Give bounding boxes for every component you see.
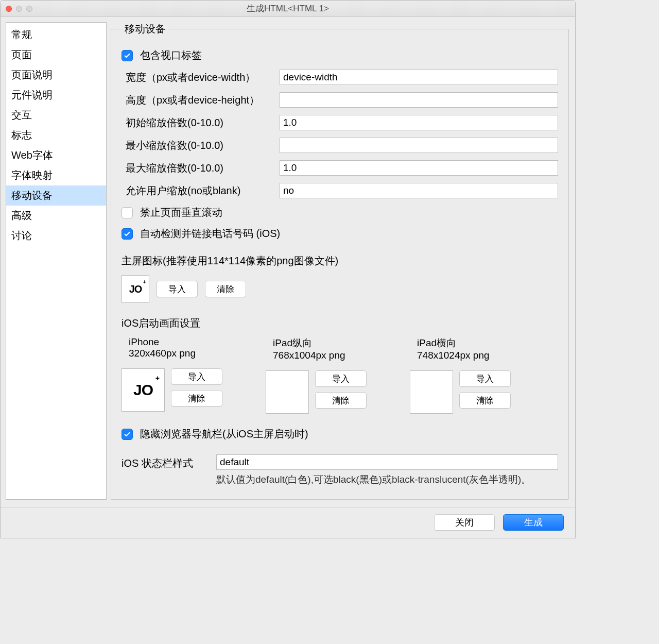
thumb-text: JO — [129, 283, 142, 295]
sidebar-item-mobile[interactable]: 移动设备 — [6, 185, 106, 206]
sidebar-item-interactions[interactable]: 交互 — [6, 105, 106, 125]
initial-scale-input[interactable] — [280, 115, 558, 130]
splash-iphone-dim: 320x460px png — [122, 348, 253, 359]
sidebar-item-discuss[interactable]: 讨论 — [6, 226, 106, 246]
window-title: 生成HTML<HTML 1> — [1, 3, 575, 14]
splash-ipad-portrait-thumbnail[interactable] — [266, 370, 309, 414]
splash-section-label: iOS启动画面设置 — [122, 316, 558, 330]
splash-ipad-portrait-dim: 768x1004px png — [266, 350, 397, 361]
sidebar: 常规 页面 页面说明 元件说明 交互 标志 Web字体 字体映射 移动设备 高级… — [6, 22, 107, 500]
splash-iphone-import-button[interactable]: 导入 — [171, 368, 222, 385]
splash-col-iphone: iPhone 320x460px png JO+ 导入 清除 — [122, 336, 253, 414]
group-legend: 移动设备 — [122, 22, 169, 36]
titlebar: 生成HTML<HTML 1> — [1, 1, 575, 17]
check-icon — [124, 230, 131, 238]
splash-columns: iPhone 320x460px png JO+ 导入 清除 — [122, 336, 558, 414]
max-scale-label: 最大缩放倍数(0-10.0) — [122, 161, 280, 175]
status-bar-label: iOS 状态栏样式 — [122, 454, 209, 470]
main-panel: 移动设备 包含视口标签 宽度（px或者device-width） 高度（px或者… — [111, 22, 569, 500]
splash-ipad-portrait-import-button[interactable]: 导入 — [315, 370, 367, 387]
sidebar-item-page-notes[interactable]: 页面说明 — [6, 65, 106, 85]
sidebar-item-web-fonts[interactable]: Web字体 — [6, 145, 106, 165]
splash-ipad-landscape-clear-button[interactable]: 清除 — [459, 392, 511, 409]
sidebar-item-pages[interactable]: 页面 — [6, 45, 106, 65]
min-scale-label: 最小缩放倍数(0-10.0) — [122, 139, 280, 152]
splash-col-ipad-portrait: iPad纵向 768x1004px png 导入 清除 — [266, 336, 397, 414]
sidebar-item-advanced[interactable]: 高级 — [6, 206, 106, 226]
splash-ipad-portrait-clear-button[interactable]: 清除 — [315, 392, 367, 409]
status-bar-help: 默认值为default(白色),可选black(黑色)或black-transl… — [216, 473, 558, 487]
home-icon-import-button[interactable]: 导入 — [157, 281, 198, 297]
max-scale-input[interactable] — [280, 160, 558, 176]
dialog-body: 常规 页面 页面说明 元件说明 交互 标志 Web字体 字体映射 移动设备 高级… — [1, 17, 575, 507]
status-bar-input[interactable] — [216, 454, 558, 470]
splash-ipad-landscape-thumbnail[interactable] — [410, 370, 453, 414]
check-icon — [124, 52, 131, 59]
splash-col-ipad-landscape: iPad横向 748x1024px png 导入 清除 — [410, 336, 542, 414]
width-input[interactable] — [280, 70, 558, 85]
prevent-vscroll-checkbox[interactable] — [122, 207, 133, 218]
height-label: 高度（px或者device-height） — [122, 93, 280, 107]
min-scale-input[interactable] — [280, 138, 558, 153]
splash-iphone-thumbnail[interactable]: JO+ — [122, 368, 165, 412]
width-label: 宽度（px或者device-width） — [122, 71, 280, 84]
generate-button[interactable]: 生成 — [503, 514, 564, 531]
splash-iphone-title: iPhone — [122, 336, 253, 348]
sidebar-item-logo[interactable]: 标志 — [6, 125, 106, 145]
sidebar-item-general[interactable]: 常规 — [6, 25, 106, 45]
hide-nav-checkbox[interactable] — [122, 429, 133, 440]
thumb-plus: + — [143, 279, 146, 285]
auto-phone-label: 自动检测并链接电话号码 (iOS) — [140, 227, 280, 241]
auto-phone-checkbox[interactable] — [122, 228, 133, 240]
mobile-group: 移动设备 包含视口标签 宽度（px或者device-width） 高度（px或者… — [111, 22, 569, 500]
thumb-text: JO — [133, 381, 153, 399]
home-icon-clear-button[interactable]: 清除 — [205, 281, 246, 297]
close-button[interactable]: 关闭 — [434, 514, 495, 531]
dialog-footer: 关闭 生成 — [1, 507, 575, 538]
user-scalable-label: 允许用户缩放(no或blank) — [122, 184, 280, 198]
include-viewport-checkbox[interactable] — [122, 50, 133, 61]
dialog-window: 生成HTML<HTML 1> 常规 页面 页面说明 元件说明 交互 标志 Web… — [0, 0, 576, 538]
splash-ipad-landscape-dim: 748x1024px png — [410, 350, 542, 361]
splash-ipad-landscape-import-button[interactable]: 导入 — [459, 370, 511, 387]
sidebar-item-widget-notes[interactable]: 元件说明 — [6, 85, 106, 105]
splash-ipad-landscape-title: iPad横向 — [410, 336, 542, 350]
sidebar-item-font-mapping[interactable]: 字体映射 — [6, 165, 106, 185]
home-icon-thumbnail[interactable]: JO+ — [122, 275, 149, 303]
user-scalable-input[interactable] — [280, 183, 558, 198]
height-input[interactable] — [280, 92, 558, 108]
include-viewport-label: 包含视口标签 — [140, 48, 202, 62]
check-icon — [124, 431, 131, 438]
splash-ipad-portrait-title: iPad纵向 — [266, 336, 397, 350]
hide-nav-label: 隐藏浏览器导航栏(从iOS主屏启动时) — [140, 427, 308, 441]
home-icon-section-label: 主屏图标(推荐使用114*114像素的png图像文件) — [122, 254, 558, 268]
splash-iphone-clear-button[interactable]: 清除 — [171, 390, 222, 406]
thumb-plus: + — [155, 374, 159, 382]
prevent-vscroll-label: 禁止页面垂直滚动 — [140, 206, 222, 219]
initial-scale-label: 初始缩放倍数(0-10.0) — [122, 116, 280, 130]
